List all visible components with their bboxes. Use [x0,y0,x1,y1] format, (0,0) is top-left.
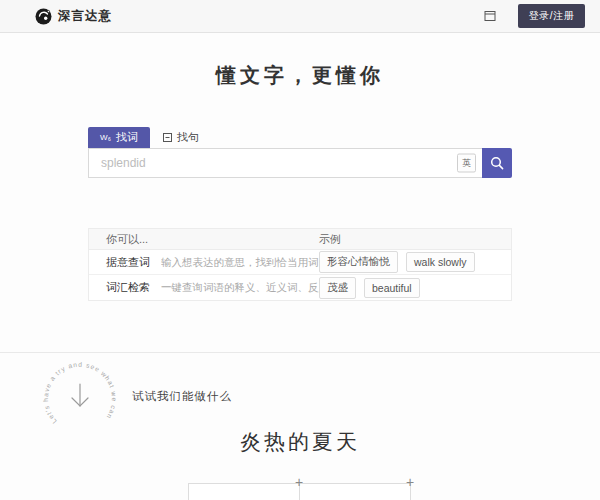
example-chip[interactable]: 形容心情愉悦 [319,251,398,273]
search-button[interactable] [482,148,512,178]
feature-description: 一键查询词语的释义、近义词、反义词、联想词等 [161,281,319,295]
search-input-wrap: 英 [88,148,482,178]
try-section: Let's have a try and see what we can do … [42,358,232,434]
header: 深言达意 登录/注册 [0,0,600,33]
arrow-down-icon [72,384,88,406]
language-toggle-button[interactable]: 英 [457,154,476,173]
column-header-features: 你可以... [89,232,319,247]
table-row: 据意查词 输入想表达的意思，找到恰当用词 形容心情愉悦 walk slowly [89,250,511,275]
try-label: 试试我们能做什么 [132,389,232,404]
scroll-hint-badge: Let's have a try and see what we can do [42,358,118,434]
logo[interactable]: 深言达意 [35,8,112,25]
example-chip[interactable]: walk slowly [406,252,475,272]
tab-find-word-label: 找词 [116,130,138,145]
sentence-tab-icon [163,133,172,142]
tab-find-sentence-label: 找句 [177,130,199,145]
search-input[interactable] [89,149,482,177]
search-block: W₆ 找词 找句 英 [88,127,512,178]
searchbar: 英 [88,148,512,178]
feature-description: 输入想表达的意思，找到恰当用词 [161,256,319,270]
demo-cards [188,483,411,500]
example-chip[interactable]: beautiful [364,278,420,298]
login-register-button[interactable]: 登录/注册 [518,4,585,28]
search-icon [490,156,504,170]
example-chip[interactable]: 茂盛 [319,277,356,299]
page: 深言达意 登录/注册 懂文字，更懂你 W₆ 找词 找句 [0,0,600,500]
word-tab-icon: W₆ [100,134,111,142]
examples-table-header: 你可以... 示例 [89,229,511,250]
logo-text: 深言达意 [58,8,112,25]
table-row: 词汇检索 一键查询词语的释义、近义词、反义词、联想词等 茂盛 beautiful [89,275,511,300]
logo-icon [35,8,52,25]
tab-find-word[interactable]: W₆ 找词 [88,127,150,148]
tab-find-sentence[interactable]: 找句 [150,127,212,148]
search-tabs: W₆ 找词 找句 [88,127,512,148]
app-window-icon[interactable] [484,10,496,22]
section-divider [0,352,600,353]
feature-name: 据意查词 [106,255,150,270]
demo-card[interactable] [189,484,299,500]
page-title: 懂文字，更懂你 [0,62,600,89]
examples-table: 你可以... 示例 据意查词 输入想表达的意思，找到恰当用词 形容心情愉悦 wa… [88,228,512,301]
demo-card[interactable] [299,484,410,500]
column-header-examples: 示例 [319,232,511,247]
demo-title: 炎热的夏天 [0,428,600,456]
feature-name: 词汇检索 [106,280,150,295]
